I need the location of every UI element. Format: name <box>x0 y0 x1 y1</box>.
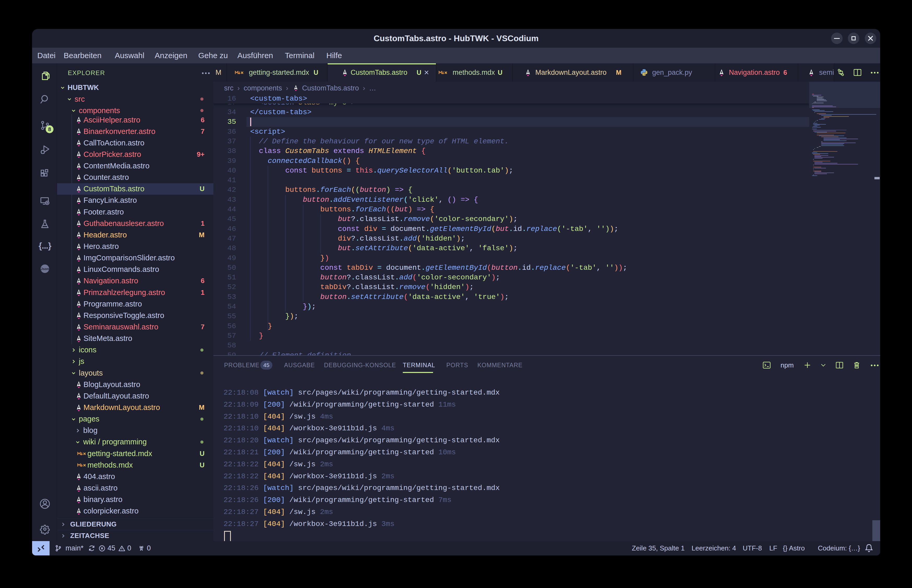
svg-text:Json: Json <box>41 267 49 271</box>
